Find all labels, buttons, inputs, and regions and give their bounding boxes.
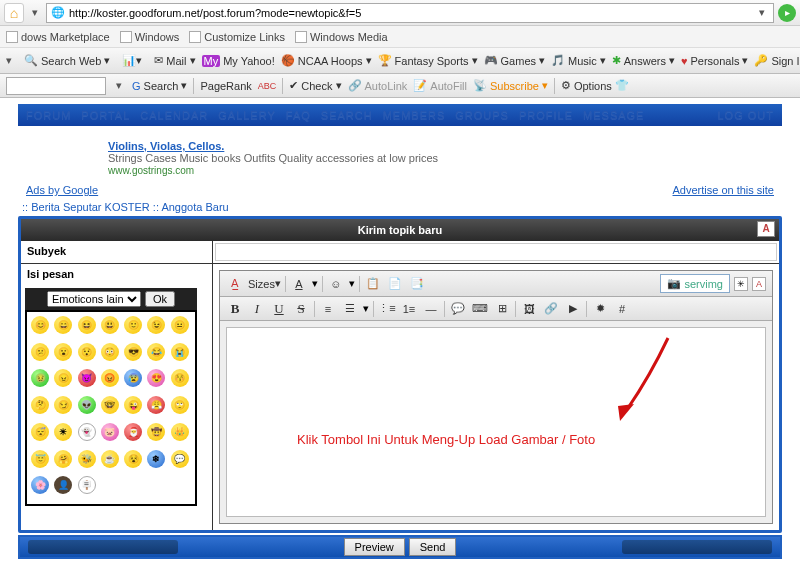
bookmark-item[interactable]: Windows Media: [295, 31, 388, 43]
emoticon[interactable]: 👽: [78, 396, 96, 414]
emoticon[interactable]: 😯: [78, 343, 96, 361]
nav-item[interactable]: PORTAL: [81, 109, 130, 121]
subscribe-button[interactable]: 📡 Subscribe ▾: [473, 79, 548, 92]
emoticon[interactable]: 😆: [78, 316, 96, 334]
bookmark-item[interactable]: Windows: [120, 31, 180, 43]
strike-button[interactable]: S: [292, 300, 310, 318]
ads-by-google[interactable]: Ads by Google: [26, 184, 98, 196]
nav-item[interactable]: PROFILE: [519, 109, 573, 121]
nav-item[interactable]: MESSAGE: [583, 109, 644, 121]
nav-item[interactable]: MEMBERS: [383, 109, 446, 121]
bookmark-item[interactable]: Customize Links: [189, 31, 285, 43]
nav-logout[interactable]: LOG OUT: [717, 109, 774, 121]
emoticon[interactable]: 🎅: [124, 423, 142, 441]
aa-button[interactable]: A: [752, 277, 766, 291]
emoticon[interactable]: 😮: [54, 343, 72, 361]
emoticon[interactable]: 😃: [101, 316, 119, 334]
emoticon[interactable]: 👑: [171, 423, 189, 441]
search-button[interactable]: G Search ▾: [132, 79, 187, 92]
emoticon[interactable]: 😈: [78, 369, 96, 387]
emoticon[interactable]: 😐: [171, 316, 189, 334]
send-button[interactable]: Send: [409, 538, 457, 556]
emoticon[interactable]: 👤: [54, 476, 72, 494]
toolbar-extra[interactable]: 📊▾: [122, 54, 142, 67]
italic-button[interactable]: I: [248, 300, 266, 318]
toolbar-dropdown[interactable]: ▾: [6, 54, 12, 67]
personals-button[interactable]: ♥ Personals ▾: [681, 54, 748, 67]
align-left-button[interactable]: ≡: [319, 300, 337, 318]
copy-button[interactable]: 📋: [364, 275, 382, 293]
advertise-link[interactable]: Advertise on this site: [673, 184, 775, 196]
list-ul-button[interactable]: ⋮≡: [378, 300, 396, 318]
mail-button[interactable]: ✉ Mail ▾: [154, 54, 195, 67]
emoticon-ok[interactable]: Ok: [145, 291, 175, 307]
check-button[interactable]: ✔ Check ▾: [289, 79, 341, 92]
pagerank-button[interactable]: PageRank: [200, 80, 251, 92]
ad-title[interactable]: Violins, Violas, Cellos.: [108, 140, 224, 152]
more-button[interactable]: ✹: [591, 300, 609, 318]
emoticon[interactable]: 😕: [31, 343, 49, 361]
abc-button[interactable]: ABC: [258, 81, 277, 91]
nav-item[interactable]: SEARCH: [321, 109, 373, 121]
emoticon[interactable]: 😉: [147, 316, 165, 334]
address-box[interactable]: 🌐 ▾: [46, 3, 774, 23]
crumb-b[interactable]: Anggota Baru: [161, 201, 228, 213]
signin-button[interactable]: 🔑 Sign In: [754, 54, 800, 67]
home-icon[interactable]: ⌂: [4, 3, 24, 23]
nav-item[interactable]: GALLERY: [218, 109, 276, 121]
hr-button[interactable]: —: [422, 300, 440, 318]
emoticon[interactable]: ❄: [147, 450, 165, 468]
emoticon[interactable]: 🌸: [31, 476, 49, 494]
autofill-button[interactable]: 📝 AutoFill: [413, 79, 467, 92]
nav-item[interactable]: CALENDAR: [140, 109, 208, 121]
paste-button[interactable]: 📄: [386, 275, 404, 293]
music-button[interactable]: 🎵 Music ▾: [551, 54, 606, 67]
crumb-a[interactable]: Berita Seputar KOSTER: [31, 201, 150, 213]
paste2-button[interactable]: 📑: [408, 275, 426, 293]
font-a-button[interactable]: A: [290, 275, 308, 293]
emoticon[interactable]: 😊: [31, 316, 49, 334]
emoticon-select[interactable]: Emoticons lain: [47, 291, 141, 307]
emoticon[interactable]: ☀: [54, 423, 72, 441]
emoticon[interactable]: 😏: [54, 396, 72, 414]
font-color-button[interactable]: A̲: [226, 275, 244, 293]
url-dropdown[interactable]: ▾: [755, 6, 769, 19]
emoticon[interactable]: 🙄: [171, 396, 189, 414]
smiley-button[interactable]: ☺: [327, 275, 345, 293]
quote-button[interactable]: 💬: [449, 300, 467, 318]
emoticon[interactable]: 🪧: [78, 476, 96, 494]
emoticon[interactable]: 👻: [78, 423, 96, 441]
emoticon[interactable]: 😵: [124, 450, 142, 468]
emoticon[interactable]: 🤢: [31, 369, 49, 387]
subject-input[interactable]: [215, 243, 777, 261]
font-size-toggle[interactable]: A: [757, 221, 775, 237]
emoticon[interactable]: 😜: [124, 396, 142, 414]
emoticon[interactable]: 😤: [147, 396, 165, 414]
emoticon[interactable]: 😰: [124, 369, 142, 387]
games-button[interactable]: 🎮 Games ▾: [484, 54, 545, 67]
fantasy-button[interactable]: 🏆 Fantasy Sports ▾: [378, 54, 478, 67]
search-web-button[interactable]: 🔍 Search Web ▾: [24, 54, 110, 67]
emoticon[interactable]: 🐝: [78, 450, 96, 468]
emoticon[interactable]: 🤔: [31, 396, 49, 414]
ad-url[interactable]: www.gostrings.com: [108, 165, 194, 176]
editor-canvas[interactable]: Klik Tombol Ini Untuk Meng-Up Load Gamba…: [226, 327, 766, 517]
hash-button[interactable]: #: [613, 300, 631, 318]
autolink-button[interactable]: 🔗 AutoLink: [348, 79, 408, 92]
table-button[interactable]: ⊞: [493, 300, 511, 318]
preview-button[interactable]: Preview: [344, 538, 405, 556]
emoticon[interactable]: 💬: [171, 450, 189, 468]
my-yahoo-button[interactable]: My My Yahoo!: [202, 55, 275, 67]
emoticon[interactable]: 🤓: [101, 396, 119, 414]
link-button[interactable]: 🔗: [542, 300, 560, 318]
emoticon[interactable]: 🤠: [147, 423, 165, 441]
answers-button[interactable]: ✱ Answers ▾: [612, 54, 675, 67]
emoticon[interactable]: 😡: [101, 369, 119, 387]
video-button[interactable]: ▶: [564, 300, 582, 318]
emoticon[interactable]: 😎: [124, 343, 142, 361]
nav-item[interactable]: FORUM: [26, 109, 71, 121]
sizes-button[interactable]: Sizes ▾: [248, 275, 281, 293]
emoticon[interactable]: 🤗: [54, 450, 72, 468]
nav-item[interactable]: FAQ: [286, 109, 311, 121]
emoticon[interactable]: 😴: [31, 423, 49, 441]
